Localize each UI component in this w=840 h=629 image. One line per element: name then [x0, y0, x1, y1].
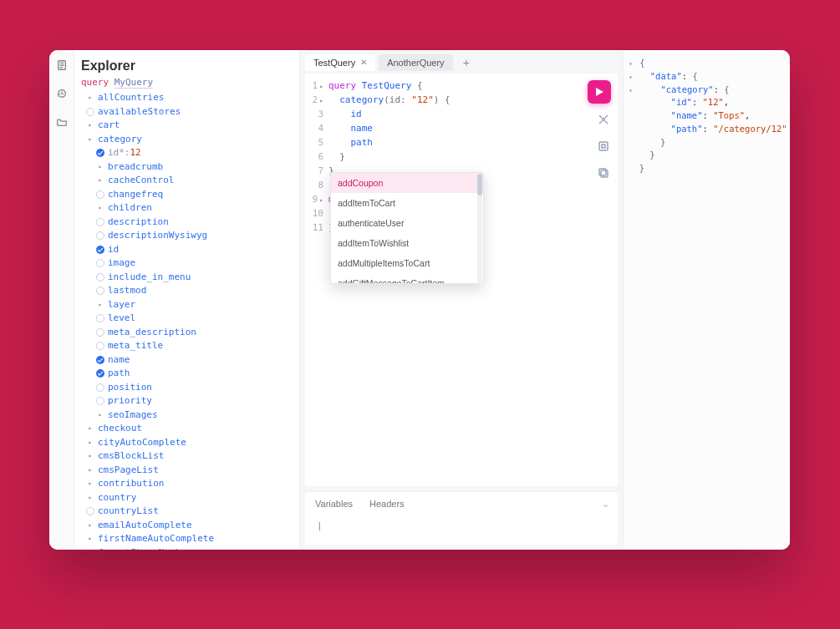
tab-variables[interactable]: Variables: [315, 499, 353, 509]
caret-icon[interactable]: [86, 439, 94, 447]
checkbox-checked-icon[interactable]: [96, 369, 104, 378]
code-line[interactable]: id: [328, 107, 618, 121]
caret-icon[interactable]: [86, 135, 94, 144]
autocomplete-item[interactable]: addItemToCart: [331, 193, 483, 213]
caret-icon[interactable]: [96, 163, 104, 171]
explorer-tree-node[interactable]: cacheControl: [81, 174, 296, 188]
explorer-tree-node[interactable]: image: [81, 256, 296, 271]
explorer-tree-node[interactable]: contribution: [81, 477, 296, 491]
explorer-tree-node[interactable]: formatPhoneNumber: [81, 546, 296, 550]
explorer-tree-node[interactable]: checkout: [81, 422, 296, 436]
chevron-down-icon[interactable]: ⌄: [602, 499, 609, 510]
checkbox-empty-icon[interactable]: [96, 259, 104, 267]
explorer-tree-node[interactable]: priority: [81, 394, 296, 408]
caret-icon[interactable]: [96, 301, 104, 309]
checkbox-empty-icon[interactable]: [96, 273, 104, 282]
checkbox-empty-icon[interactable]: [96, 314, 104, 322]
variables-editor[interactable]: |: [305, 515, 618, 545]
checkbox-empty-icon[interactable]: [96, 342, 104, 350]
caret-icon[interactable]: [86, 535, 94, 543]
explorer-tree-node[interactable]: countryList: [81, 505, 296, 519]
checkbox-empty-icon[interactable]: [96, 383, 104, 392]
code-line[interactable]: name: [328, 121, 618, 135]
caret-icon[interactable]: [86, 521, 94, 530]
explorer-tree-node[interactable]: description: [81, 216, 296, 230]
checkbox-empty-icon[interactable]: [96, 190, 104, 199]
explorer-tree-node[interactable]: cart: [81, 119, 296, 133]
result-line: "name": "Tops",: [629, 109, 785, 123]
explorer-tree-node[interactable]: id*: 12: [81, 146, 296, 160]
explorer-tree-node[interactable]: changefreq: [81, 188, 296, 202]
explorer-header-name[interactable]: MyQuery: [115, 77, 153, 89]
autocomplete-item[interactable]: addMultipleItemsToCart: [331, 253, 483, 273]
autocomplete-item[interactable]: authenticateUser: [331, 213, 483, 233]
checkbox-empty-icon[interactable]: [96, 218, 104, 226]
checkbox-empty-icon[interactable]: [96, 231, 104, 240]
caret-icon[interactable]: [86, 466, 94, 474]
explorer-tree-node[interactable]: cmsBlockList: [81, 449, 296, 464]
code-line[interactable]: }: [328, 150, 618, 164]
code-line[interactable]: query TestQuery {: [328, 79, 618, 93]
explorer-tree-node[interactable]: breadcrumb: [81, 160, 296, 175]
checkbox-empty-icon[interactable]: [96, 287, 104, 295]
caret-icon[interactable]: [86, 479, 94, 488]
explorer-tree-node[interactable]: meta_description: [81, 326, 296, 340]
editor-tab[interactable]: TestQuery✕: [305, 54, 375, 71]
explorer-tree-node[interactable]: lastmod: [81, 284, 296, 298]
explorer-tree-node[interactable]: level: [81, 312, 296, 326]
explorer-tree-node[interactable]: firstNameAutoComplete: [81, 532, 296, 546]
explorer-tree-node[interactable]: allCountries: [81, 91, 296, 105]
autocomplete-item[interactable]: addCoupon: [331, 173, 483, 193]
docs-icon[interactable]: [55, 58, 69, 72]
caret-icon[interactable]: [86, 94, 94, 102]
autocomplete-popup[interactable]: addCouponaddItemToCartauthenticateUserad…: [330, 172, 484, 284]
caret-icon[interactable]: [86, 549, 94, 550]
caret-icon[interactable]: [86, 452, 94, 460]
explorer-tree-node[interactable]: country: [81, 491, 296, 505]
copy-icon[interactable]: [596, 165, 611, 180]
autocomplete-scrollbar-thumb[interactable]: [477, 174, 482, 195]
history-icon[interactable]: [55, 87, 69, 100]
code-line[interactable]: path: [328, 135, 618, 150]
checkbox-checked-icon[interactable]: [96, 149, 104, 157]
caret-icon[interactable]: [86, 121, 94, 129]
code-line[interactable]: category(id: "12") {: [328, 93, 618, 107]
folder-icon[interactable]: [55, 115, 69, 129]
caret-icon[interactable]: [86, 494, 94, 502]
checkbox-checked-icon[interactable]: [96, 356, 104, 364]
explorer-tree-node[interactable]: emailAutoComplete: [81, 519, 296, 533]
explorer-tree-node[interactable]: layer: [81, 298, 296, 312]
explorer-tree-node[interactable]: id: [81, 243, 296, 257]
caret-icon[interactable]: [86, 424, 94, 433]
checkbox-empty-icon[interactable]: [96, 397, 104, 405]
caret-icon[interactable]: [96, 176, 104, 185]
explorer-tree-node[interactable]: position: [81, 381, 296, 395]
explorer-tree-node[interactable]: children: [81, 201, 296, 216]
autocomplete-item[interactable]: addItemToWishlist: [331, 233, 483, 253]
tab-headers[interactable]: Headers: [369, 499, 405, 509]
explorer-tree-node[interactable]: seoImages: [81, 408, 296, 423]
explorer-tree-node[interactable]: meta_title: [81, 339, 296, 353]
autocomplete-item[interactable]: addGiftMessageToCartItem: [331, 273, 483, 284]
add-tab-button[interactable]: +: [456, 54, 476, 71]
checkbox-checked-icon[interactable]: [96, 246, 104, 254]
explorer-tree-node[interactable]: descriptionWysiwyg: [81, 229, 296, 243]
explorer-tree-node[interactable]: category: [81, 133, 296, 147]
line-number: 5: [305, 135, 323, 150]
checkbox-empty-icon[interactable]: [86, 108, 94, 116]
explorer-tree-node[interactable]: path: [81, 367, 296, 381]
checkbox-empty-icon[interactable]: [96, 328, 104, 337]
explorer-tree-node[interactable]: name: [81, 353, 296, 368]
explorer-tree-node[interactable]: include_in_menu: [81, 271, 296, 285]
merge-icon[interactable]: [596, 139, 611, 154]
caret-icon[interactable]: [96, 411, 104, 419]
close-icon[interactable]: ✕: [360, 58, 367, 67]
editor-tab[interactable]: AnotherQuery: [379, 54, 452, 71]
prettify-icon[interactable]: [596, 112, 611, 127]
caret-icon[interactable]: [96, 204, 104, 212]
explorer-tree-node[interactable]: availableStores: [81, 105, 296, 119]
checkbox-empty-icon[interactable]: [86, 507, 94, 515]
run-button[interactable]: [588, 80, 611, 104]
explorer-tree-node[interactable]: cmsPageList: [81, 464, 296, 478]
explorer-tree-node[interactable]: cityAutoComplete: [81, 436, 296, 450]
